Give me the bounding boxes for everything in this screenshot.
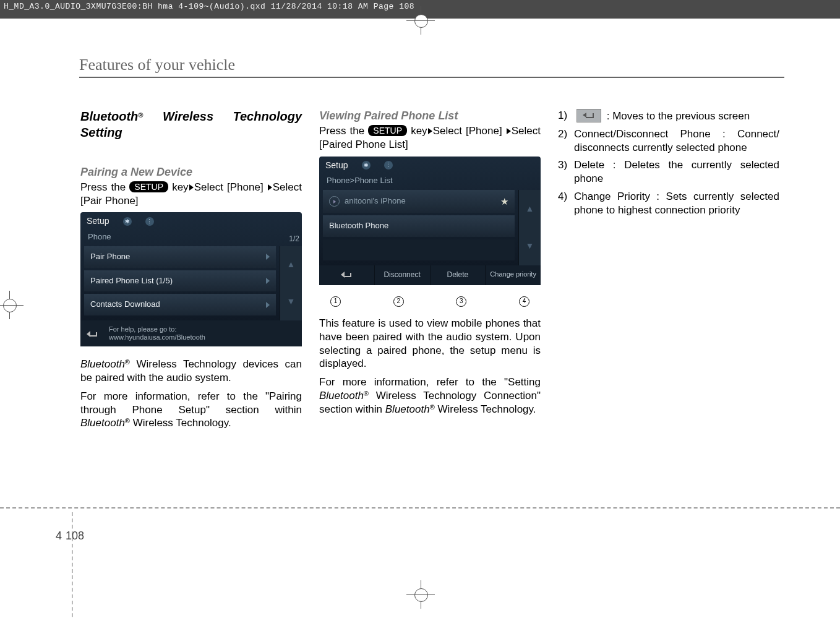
callout-item: 2) Connect/Disconnect Phone : Connect/ d… (558, 127, 779, 155)
chevron-right-icon (266, 278, 270, 284)
chevron-right-icon (268, 184, 272, 191)
list-item: Pair Phone (84, 246, 276, 268)
trim-rule-horizontal (0, 507, 840, 509)
circled-number: 3 (456, 296, 466, 307)
pairing-instruction: Press the SETUP keySelect [Phone] Select… (80, 181, 302, 208)
chevron-right-icon (507, 128, 511, 134)
scroll-down-button: ▼ (518, 228, 541, 265)
circled-number: 2 (393, 296, 404, 307)
screenshot-breadcrumb: Phone>Phone List (319, 174, 541, 190)
left-register-mark (0, 291, 24, 319)
page-count: 1/2 (289, 234, 299, 244)
scroll-up-button: ▲ (518, 190, 541, 228)
active-icon (329, 196, 340, 207)
chevron-right-icon (266, 302, 270, 308)
back-button-icon (576, 109, 601, 122)
back-button (319, 265, 375, 285)
body-text: For more information, refer to the "Sett… (319, 376, 541, 416)
delete-button: Delete (431, 265, 486, 285)
body-text: Bluetooth® Wireless Technology devices c… (80, 358, 302, 385)
section-rule (79, 77, 784, 78)
callout-item: 3) Delete : Deletes the currently select… (558, 158, 779, 186)
setup-key-label: SETUP (368, 125, 407, 136)
trim-rule-vertical (72, 512, 73, 618)
body-text: For more information, refer to the "Pair… (80, 390, 302, 430)
list-item (323, 239, 515, 260)
disconnect-button: Disconnect (375, 265, 431, 285)
pairing-subheading: Pairing a New Device (80, 165, 302, 179)
setup-phone-screenshot: Setup ✱ ⋮ Phone 1/2 Pair Phone Paired Ph… (80, 212, 302, 346)
screenshot-title: Setup (87, 216, 109, 227)
circled-number: 1 (330, 296, 341, 307)
page-number: 4108 (56, 530, 84, 543)
share-icon: ⋮ (145, 217, 154, 226)
bluetooth-icon: ✱ (123, 217, 132, 226)
bottom-register-mark (406, 580, 435, 609)
column-3: 1) : Moves to the previous screen 2) Con… (558, 109, 779, 435)
viewing-subheading: Viewing Paired Phone List (319, 109, 541, 123)
share-icon: ⋮ (384, 161, 393, 170)
star-icon: ★ (500, 195, 508, 207)
phone-list-screenshot: Setup ✱ ⋮ Phone>Phone List anitooni's iP… (319, 157, 541, 286)
callout-list: 1) : Moves to the previous screen 2) Con… (558, 109, 779, 217)
chevron-right-icon (428, 128, 432, 134)
back-icon (87, 330, 98, 337)
bluetooth-icon: ✱ (362, 161, 371, 170)
list-item: anitooni's iPhone ★ (323, 190, 515, 213)
setup-key-label: SETUP (129, 181, 168, 192)
scroll-up-button: ▲ (280, 246, 302, 283)
chevron-right-icon (266, 254, 270, 260)
list-item: Bluetooth Phone (323, 215, 515, 237)
change-priority-button: Change priority (486, 265, 541, 285)
body-text: This feature is used to view mobile phon… (319, 317, 541, 371)
help-text: For help, please go to: www.hyundaiusa.c… (109, 325, 205, 341)
screenshot-title: Setup (325, 160, 348, 171)
chevron-right-icon (189, 184, 194, 191)
file-header-text: H_MD_A3.0_AUDIO_3XMU7G3E00:BH hma 4-109~… (4, 2, 414, 11)
column-2: Viewing Paired Phone List Press the SETU… (319, 109, 541, 435)
circled-number: 4 (519, 296, 529, 307)
column-1: Bluetooth® Wireless Technology Setting P… (80, 109, 302, 435)
callout-numbers: 1 2 3 4 (319, 295, 541, 308)
callout-item: 1) : Moves to the previous screen (558, 109, 779, 123)
callout-item: 4) Change Priority : Sets currently sele… (558, 190, 779, 217)
list-item: Contacts Download (84, 294, 276, 315)
section-title: Features of your vehicle (79, 56, 821, 74)
list-item: Paired Phone List (1/5) (84, 270, 276, 292)
viewing-instruction: Press the SETUP keySelect [Phone] Select… (319, 124, 541, 152)
bluetooth-heading: Bluetooth® Wireless Technology Setting (80, 109, 302, 140)
back-icon (341, 270, 352, 278)
screenshot-breadcrumb: Phone (88, 232, 111, 241)
scroll-down-button: ▼ (280, 283, 302, 320)
